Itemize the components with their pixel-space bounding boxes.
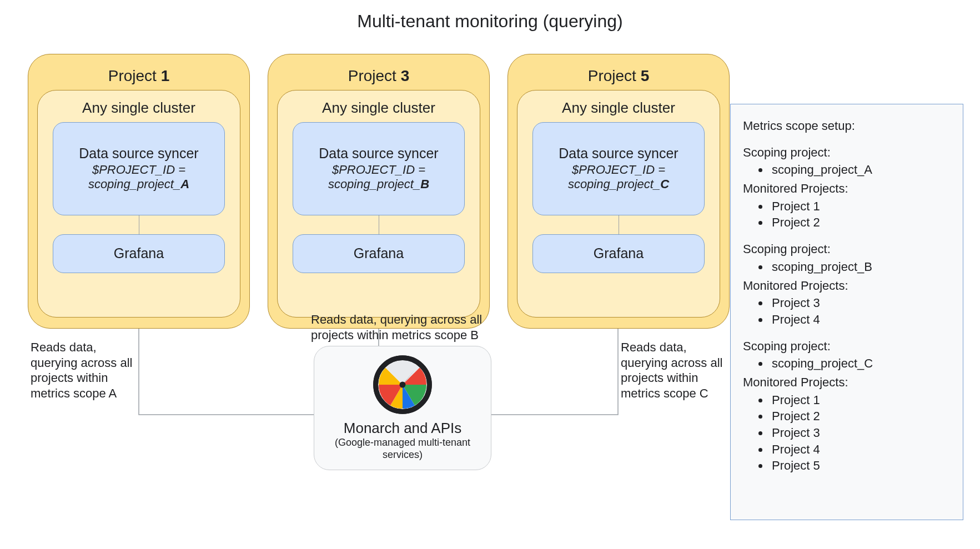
cluster-label: Any single cluster — [562, 99, 675, 117]
read-label-a: Reads data, querying across all projects… — [31, 340, 144, 401]
ds-var-line: $PROJECT_ID = scoping_project_A — [59, 163, 219, 192]
scoping-project-list: scoping_project_C — [743, 355, 951, 372]
svg-point-2 — [400, 382, 406, 388]
monitored-projects-label: Monitored Projects: — [743, 374, 951, 391]
list-item: Project 3 — [770, 295, 951, 311]
cluster-label: Any single cluster — [82, 99, 195, 117]
grafana-box-3: Grafana — [293, 234, 465, 273]
list-item: scoping_project_B — [770, 259, 951, 275]
scoping-suffix: C — [660, 177, 669, 191]
scoping-prefix: scoping_project_ — [328, 177, 420, 191]
project-id-var: $PROJECT_ID = — [92, 163, 185, 177]
scope-group: Scoping project:scoping_project_AMonitor… — [743, 144, 951, 231]
scoping-suffix: A — [180, 177, 189, 191]
scope-group: Scoping project:scoping_project_CMonitor… — [743, 338, 951, 475]
ds-label: Data source syncer — [539, 145, 698, 162]
monarch-subtitle: (Google-managed multi-tenant services) — [320, 437, 485, 461]
list-item: Project 2 — [770, 214, 951, 231]
list-item: Project 1 — [770, 198, 951, 215]
project-card-3: Project 3 Any single cluster Data source… — [268, 54, 490, 329]
monarch-box: Monarch and APIs (Google-managed multi-t… — [314, 346, 491, 470]
project-title-prefix: Project — [348, 67, 401, 84]
ds-var-line: $PROJECT_ID = scoping_project_C — [539, 163, 698, 192]
project-title-num: 5 — [641, 67, 650, 84]
list-item: Project 5 — [770, 457, 951, 474]
project-id-var: $PROJECT_ID = — [572, 163, 665, 177]
grafana-box-5: Grafana — [532, 234, 705, 273]
read-label-c: Reads data, querying across all projects… — [621, 340, 735, 401]
project-title-prefix: Project — [588, 67, 641, 84]
cluster-box-5: Any single cluster Data source syncer $P… — [517, 90, 720, 318]
scoping-project-list: scoping_project_A — [743, 162, 951, 178]
list-item: Project 3 — [770, 425, 951, 441]
cloud-monitoring-icon — [372, 354, 433, 415]
connector-internal — [379, 215, 379, 234]
list-item: scoping_project_C — [770, 355, 951, 372]
page-title: Multi-tenant monitoring (querying) — [0, 0, 980, 37]
monitored-projects-list: Project 3Project 4 — [743, 295, 951, 328]
ds-label: Data source syncer — [59, 145, 219, 162]
scoping-prefix: scoping_project_ — [88, 177, 180, 191]
scoping-project-label: Scoping project: — [743, 241, 951, 258]
scoping-suffix: B — [420, 177, 429, 191]
project-title-3: Project 3 — [277, 67, 480, 85]
cluster-label: Any single cluster — [322, 99, 435, 117]
grafana-box-1: Grafana — [53, 234, 225, 273]
project-title-num: 3 — [401, 67, 410, 84]
list-item: Project 1 — [770, 392, 951, 409]
cluster-box-1: Any single cluster Data source syncer $P… — [37, 90, 240, 318]
project-title-5: Project 5 — [517, 67, 720, 85]
monarch-title: Monarch and APIs — [320, 420, 485, 437]
scoping-prefix: scoping_project_ — [568, 177, 660, 191]
scope-group: Scoping project:scoping_project_BMonitor… — [743, 241, 951, 328]
monitored-projects-list: Project 1Project 2 — [743, 198, 951, 231]
scoping-project-label: Scoping project: — [743, 144, 951, 161]
monitored-projects-label: Monitored Projects: — [743, 180, 951, 197]
ds-var-line: $PROJECT_ID = scoping_project_B — [299, 163, 459, 192]
read-label-b: Reads data, querying across all projects… — [311, 312, 516, 343]
monitored-projects-label: Monitored Projects: — [743, 278, 951, 294]
project-card-5: Project 5 Any single cluster Data source… — [507, 54, 730, 329]
list-item: Project 2 — [770, 408, 951, 425]
data-source-syncer-5: Data source syncer $PROJECT_ID = scoping… — [532, 122, 705, 215]
scope-heading: Metrics scope setup: — [743, 118, 951, 134]
connector-internal — [139, 215, 139, 234]
cluster-box-3: Any single cluster Data source syncer $P… — [277, 90, 480, 318]
project-title-prefix: Project — [108, 67, 161, 84]
data-source-syncer-1: Data source syncer $PROJECT_ID = scoping… — [53, 122, 225, 215]
diagram-stage: Project 1 Any single cluster Data source… — [0, 37, 980, 537]
project-id-var: $PROJECT_ID = — [332, 163, 425, 177]
project-title-num: 1 — [161, 67, 170, 84]
scoping-project-label: Scoping project: — [743, 338, 951, 355]
scoping-project-list: scoping_project_B — [743, 259, 951, 275]
list-item: Project 4 — [770, 311, 951, 328]
project-card-1: Project 1 Any single cluster Data source… — [28, 54, 250, 329]
connector-internal — [619, 215, 619, 234]
ds-label: Data source syncer — [299, 145, 459, 162]
project-title-1: Project 1 — [37, 67, 240, 85]
monitored-projects-list: Project 1Project 2Project 3Project 4Proj… — [743, 392, 951, 474]
list-item: scoping_project_A — [770, 162, 951, 178]
data-source-syncer-3: Data source syncer $PROJECT_ID = scoping… — [293, 122, 465, 215]
list-item: Project 4 — [770, 441, 951, 458]
metrics-scope-panel: Metrics scope setup: Scoping project:sco… — [730, 104, 963, 520]
